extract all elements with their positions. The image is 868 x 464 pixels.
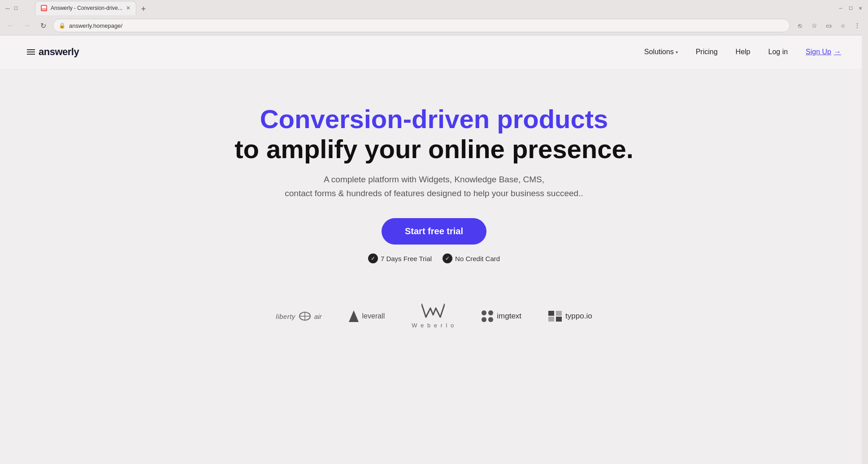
leverall-text: leverall [362, 312, 385, 320]
bookmark-icon[interactable]: ☆ [808, 19, 820, 32]
tab-title: Answerly - Conversion-drive... [51, 5, 122, 11]
logo-typpo: typpo.io [548, 311, 592, 322]
liberty-air-icon [299, 312, 311, 321]
chevron-down-icon: ▾ [676, 50, 678, 55]
chrome-restore[interactable]: ☐ [847, 5, 854, 11]
refresh-icon: ↻ [40, 21, 46, 30]
window-minimize[interactable]: — [4, 5, 11, 11]
sidebar-toggle-icon[interactable]: ▭ [822, 19, 835, 32]
logo-imgtext: imgtext [482, 310, 521, 322]
cta-start-trial-button[interactable]: Start free trial [382, 218, 486, 245]
check-icon-trial: ✓ [368, 253, 378, 263]
forward-button[interactable]: → [21, 19, 33, 32]
hamburger-line [27, 54, 35, 55]
leverall-icon [349, 310, 359, 322]
new-tab-button[interactable]: + [137, 3, 150, 15]
logos-section: liberty air leverall W e b e r l o [0, 281, 868, 347]
browser-titlebar: — ☐ Answerly - Conversion-drive... ✕ + ─… [0, 0, 868, 16]
profile-icon[interactable]: ○ [837, 19, 849, 32]
url-display: answerly.homepage/ [69, 22, 784, 29]
svg-rect-0 [42, 6, 46, 8]
badge-trial: ✓ 7 Days Free Trial [368, 253, 432, 263]
back-icon: ← [7, 21, 14, 30]
navbar: answerly Solutions ▾ Pricing Help Log in… [0, 35, 868, 69]
brand-logo[interactable]: answerly [27, 46, 79, 58]
tab-bar: Answerly - Conversion-drive... ✕ + [30, 1, 154, 15]
liberty-air-label: air [314, 313, 322, 320]
window-maximize[interactable]: ☐ [13, 5, 19, 11]
hero-title-colored: Conversion-driven products [260, 104, 608, 133]
brand-name: answerly [39, 46, 79, 58]
badge-no-cc-text: No Credit Card [455, 255, 500, 262]
address-bar[interactable]: 🔒 answerly.homepage/ [53, 19, 790, 32]
logo-leverall: leverall [349, 310, 385, 322]
typpo-text: typpo.io [565, 312, 592, 321]
refresh-button[interactable]: ↻ [37, 19, 49, 32]
share-icon[interactable]: ⎋ [794, 19, 806, 32]
arrow-right-icon: → [834, 48, 841, 56]
cta-badges: ✓ 7 Days Free Trial ✓ No Credit Card [9, 253, 859, 263]
weberlo-svg [421, 304, 445, 319]
browser-chrome: — ☐ Answerly - Conversion-drive... ✕ + ─… [0, 0, 868, 35]
weberlo-text: W e b e r l o [412, 322, 455, 329]
tab-favicon [41, 5, 47, 11]
browser-toolbar: ← → ↻ 🔒 answerly.homepage/ ⎋ ☆ ▭ ○ ⋮ [0, 16, 868, 35]
svg-rect-8 [548, 317, 554, 322]
hero-title-black: to amplify your online presence. [234, 134, 634, 163]
svg-rect-7 [556, 311, 562, 316]
tab-close-button[interactable]: ✕ [126, 5, 130, 11]
hamburger-line [27, 52, 35, 52]
chrome-minimize[interactable]: ─ [838, 5, 844, 11]
badge-trial-text: 7 Days Free Trial [381, 255, 432, 262]
check-icon-cc: ✓ [443, 253, 452, 263]
weberlo-w-icon [421, 304, 445, 321]
typpo-icon [548, 311, 562, 322]
toolbar-right: ⎋ ☆ ▭ ○ ⋮ [794, 19, 864, 32]
badge-no-cc: ✓ No Credit Card [443, 253, 500, 263]
nav-login[interactable]: Log in [768, 48, 788, 56]
liberty-air-text: liberty [276, 313, 295, 320]
logo-weberlo: W e b e r l o [412, 304, 455, 329]
logo-liberty-air: liberty air [276, 312, 321, 321]
nav-pricing[interactable]: Pricing [696, 48, 718, 56]
imgtext-text: imgtext [497, 312, 521, 321]
svg-rect-9 [556, 317, 562, 322]
nav-solutions[interactable]: Solutions ▾ [644, 48, 678, 56]
forward-icon: → [23, 21, 30, 30]
svg-rect-6 [548, 311, 554, 316]
nav-signup[interactable]: Sign Up → [806, 48, 841, 56]
window-controls: — ☐ [4, 5, 27, 11]
navbar-links: Solutions ▾ Pricing Help Log in Sign Up … [644, 48, 841, 56]
svg-rect-1 [42, 8, 46, 10]
imgtext-icon [482, 310, 493, 322]
hero-title: Conversion-driven products to amplify yo… [9, 104, 859, 164]
hamburger-menu[interactable] [27, 49, 35, 55]
back-button[interactable]: ← [4, 19, 17, 32]
window-close[interactable] [21, 5, 27, 11]
hamburger-line [27, 49, 35, 50]
lock-icon: 🔒 [59, 22, 65, 29]
hero-section: Conversion-driven products to amplify yo… [0, 69, 868, 281]
scrollbar[interactable] [862, 0, 868, 464]
page-content: answerly Solutions ▾ Pricing Help Log in… [0, 35, 868, 450]
svg-marker-5 [349, 310, 359, 322]
hero-subtitle: A complete platform with Widgets, Knowle… [9, 173, 859, 200]
nav-help[interactable]: Help [736, 48, 751, 56]
active-tab[interactable]: Answerly - Conversion-drive... ✕ [35, 1, 136, 15]
